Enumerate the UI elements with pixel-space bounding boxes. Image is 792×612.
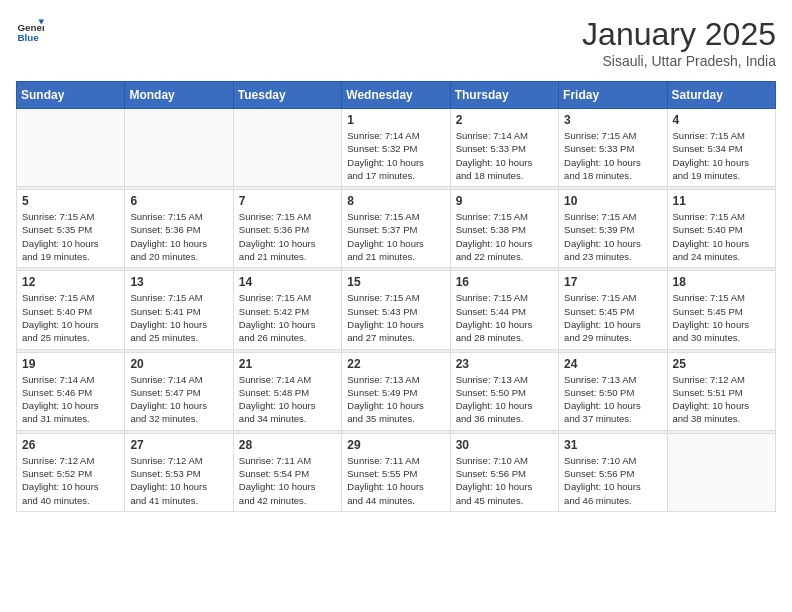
weekday-header-friday: Friday — [559, 82, 667, 109]
day-number: 5 — [22, 194, 119, 208]
day-number: 2 — [456, 113, 553, 127]
week-row-1: 1Sunrise: 7:14 AM Sunset: 5:32 PM Daylig… — [17, 109, 776, 187]
day-number: 8 — [347, 194, 444, 208]
day-info: Sunrise: 7:15 AM Sunset: 5:37 PM Dayligh… — [347, 210, 444, 263]
day-number: 31 — [564, 438, 661, 452]
calendar-cell: 17Sunrise: 7:15 AM Sunset: 5:45 PM Dayli… — [559, 271, 667, 349]
weekday-header-saturday: Saturday — [667, 82, 775, 109]
calendar-title: January 2025 — [582, 16, 776, 53]
day-info: Sunrise: 7:15 AM Sunset: 5:41 PM Dayligh… — [130, 291, 227, 344]
calendar-cell: 15Sunrise: 7:15 AM Sunset: 5:43 PM Dayli… — [342, 271, 450, 349]
day-info: Sunrise: 7:14 AM Sunset: 5:32 PM Dayligh… — [347, 129, 444, 182]
calendar-cell: 21Sunrise: 7:14 AM Sunset: 5:48 PM Dayli… — [233, 352, 341, 430]
day-number: 11 — [673, 194, 770, 208]
calendar-cell: 5Sunrise: 7:15 AM Sunset: 5:35 PM Daylig… — [17, 190, 125, 268]
day-number: 28 — [239, 438, 336, 452]
weekday-header-tuesday: Tuesday — [233, 82, 341, 109]
calendar-cell: 20Sunrise: 7:14 AM Sunset: 5:47 PM Dayli… — [125, 352, 233, 430]
calendar-cell: 16Sunrise: 7:15 AM Sunset: 5:44 PM Dayli… — [450, 271, 558, 349]
calendar-cell: 19Sunrise: 7:14 AM Sunset: 5:46 PM Dayli… — [17, 352, 125, 430]
day-info: Sunrise: 7:15 AM Sunset: 5:40 PM Dayligh… — [673, 210, 770, 263]
day-info: Sunrise: 7:10 AM Sunset: 5:56 PM Dayligh… — [564, 454, 661, 507]
day-number: 27 — [130, 438, 227, 452]
day-number: 14 — [239, 275, 336, 289]
calendar-cell: 27Sunrise: 7:12 AM Sunset: 5:53 PM Dayli… — [125, 433, 233, 511]
calendar-cell: 24Sunrise: 7:13 AM Sunset: 5:50 PM Dayli… — [559, 352, 667, 430]
day-number: 19 — [22, 357, 119, 371]
day-info: Sunrise: 7:10 AM Sunset: 5:56 PM Dayligh… — [456, 454, 553, 507]
day-info: Sunrise: 7:11 AM Sunset: 5:55 PM Dayligh… — [347, 454, 444, 507]
calendar-cell: 11Sunrise: 7:15 AM Sunset: 5:40 PM Dayli… — [667, 190, 775, 268]
calendar-cell: 2Sunrise: 7:14 AM Sunset: 5:33 PM Daylig… — [450, 109, 558, 187]
calendar-cell: 25Sunrise: 7:12 AM Sunset: 5:51 PM Dayli… — [667, 352, 775, 430]
day-number: 22 — [347, 357, 444, 371]
day-number: 3 — [564, 113, 661, 127]
day-number: 21 — [239, 357, 336, 371]
weekday-header-wednesday: Wednesday — [342, 82, 450, 109]
calendar-cell: 18Sunrise: 7:15 AM Sunset: 5:45 PM Dayli… — [667, 271, 775, 349]
day-info: Sunrise: 7:15 AM Sunset: 5:43 PM Dayligh… — [347, 291, 444, 344]
logo: General Blue — [16, 16, 44, 44]
day-info: Sunrise: 7:15 AM Sunset: 5:44 PM Dayligh… — [456, 291, 553, 344]
day-number: 20 — [130, 357, 227, 371]
day-number: 12 — [22, 275, 119, 289]
day-info: Sunrise: 7:15 AM Sunset: 5:45 PM Dayligh… — [564, 291, 661, 344]
calendar-cell: 10Sunrise: 7:15 AM Sunset: 5:39 PM Dayli… — [559, 190, 667, 268]
week-row-2: 5Sunrise: 7:15 AM Sunset: 5:35 PM Daylig… — [17, 190, 776, 268]
day-number: 13 — [130, 275, 227, 289]
day-info: Sunrise: 7:15 AM Sunset: 5:45 PM Dayligh… — [673, 291, 770, 344]
day-info: Sunrise: 7:15 AM Sunset: 5:36 PM Dayligh… — [239, 210, 336, 263]
calendar-cell: 22Sunrise: 7:13 AM Sunset: 5:49 PM Dayli… — [342, 352, 450, 430]
header: General Blue January 2025 Sisauli, Uttar… — [16, 16, 776, 69]
calendar-table: SundayMondayTuesdayWednesdayThursdayFrid… — [16, 81, 776, 512]
day-number: 15 — [347, 275, 444, 289]
logo-icon: General Blue — [16, 16, 44, 44]
day-number: 6 — [130, 194, 227, 208]
calendar-cell: 28Sunrise: 7:11 AM Sunset: 5:54 PM Dayli… — [233, 433, 341, 511]
week-row-4: 19Sunrise: 7:14 AM Sunset: 5:46 PM Dayli… — [17, 352, 776, 430]
calendar-cell: 12Sunrise: 7:15 AM Sunset: 5:40 PM Dayli… — [17, 271, 125, 349]
day-info: Sunrise: 7:13 AM Sunset: 5:49 PM Dayligh… — [347, 373, 444, 426]
calendar-cell: 29Sunrise: 7:11 AM Sunset: 5:55 PM Dayli… — [342, 433, 450, 511]
calendar-cell: 14Sunrise: 7:15 AM Sunset: 5:42 PM Dayli… — [233, 271, 341, 349]
day-number: 25 — [673, 357, 770, 371]
calendar-cell: 13Sunrise: 7:15 AM Sunset: 5:41 PM Dayli… — [125, 271, 233, 349]
week-row-3: 12Sunrise: 7:15 AM Sunset: 5:40 PM Dayli… — [17, 271, 776, 349]
calendar-cell: 23Sunrise: 7:13 AM Sunset: 5:50 PM Dayli… — [450, 352, 558, 430]
day-info: Sunrise: 7:15 AM Sunset: 5:35 PM Dayligh… — [22, 210, 119, 263]
calendar-cell — [667, 433, 775, 511]
day-number: 23 — [456, 357, 553, 371]
day-number: 7 — [239, 194, 336, 208]
day-info: Sunrise: 7:14 AM Sunset: 5:46 PM Dayligh… — [22, 373, 119, 426]
calendar-cell — [233, 109, 341, 187]
day-number: 16 — [456, 275, 553, 289]
day-info: Sunrise: 7:13 AM Sunset: 5:50 PM Dayligh… — [564, 373, 661, 426]
day-info: Sunrise: 7:15 AM Sunset: 5:40 PM Dayligh… — [22, 291, 119, 344]
calendar-cell: 1Sunrise: 7:14 AM Sunset: 5:32 PM Daylig… — [342, 109, 450, 187]
day-info: Sunrise: 7:15 AM Sunset: 5:33 PM Dayligh… — [564, 129, 661, 182]
day-info: Sunrise: 7:14 AM Sunset: 5:33 PM Dayligh… — [456, 129, 553, 182]
day-number: 9 — [456, 194, 553, 208]
day-info: Sunrise: 7:14 AM Sunset: 5:47 PM Dayligh… — [130, 373, 227, 426]
weekday-header-sunday: Sunday — [17, 82, 125, 109]
day-info: Sunrise: 7:14 AM Sunset: 5:48 PM Dayligh… — [239, 373, 336, 426]
title-area: January 2025 Sisauli, Uttar Pradesh, Ind… — [582, 16, 776, 69]
day-info: Sunrise: 7:15 AM Sunset: 5:39 PM Dayligh… — [564, 210, 661, 263]
day-number: 18 — [673, 275, 770, 289]
calendar-cell: 30Sunrise: 7:10 AM Sunset: 5:56 PM Dayli… — [450, 433, 558, 511]
day-number: 26 — [22, 438, 119, 452]
calendar-cell — [125, 109, 233, 187]
day-number: 1 — [347, 113, 444, 127]
day-info: Sunrise: 7:15 AM Sunset: 5:36 PM Dayligh… — [130, 210, 227, 263]
day-number: 10 — [564, 194, 661, 208]
day-number: 30 — [456, 438, 553, 452]
day-info: Sunrise: 7:13 AM Sunset: 5:50 PM Dayligh… — [456, 373, 553, 426]
day-info: Sunrise: 7:11 AM Sunset: 5:54 PM Dayligh… — [239, 454, 336, 507]
week-row-5: 26Sunrise: 7:12 AM Sunset: 5:52 PM Dayli… — [17, 433, 776, 511]
calendar-cell: 6Sunrise: 7:15 AM Sunset: 5:36 PM Daylig… — [125, 190, 233, 268]
day-info: Sunrise: 7:12 AM Sunset: 5:53 PM Dayligh… — [130, 454, 227, 507]
calendar-cell: 3Sunrise: 7:15 AM Sunset: 5:33 PM Daylig… — [559, 109, 667, 187]
day-info: Sunrise: 7:12 AM Sunset: 5:51 PM Dayligh… — [673, 373, 770, 426]
day-info: Sunrise: 7:15 AM Sunset: 5:42 PM Dayligh… — [239, 291, 336, 344]
calendar-cell — [17, 109, 125, 187]
